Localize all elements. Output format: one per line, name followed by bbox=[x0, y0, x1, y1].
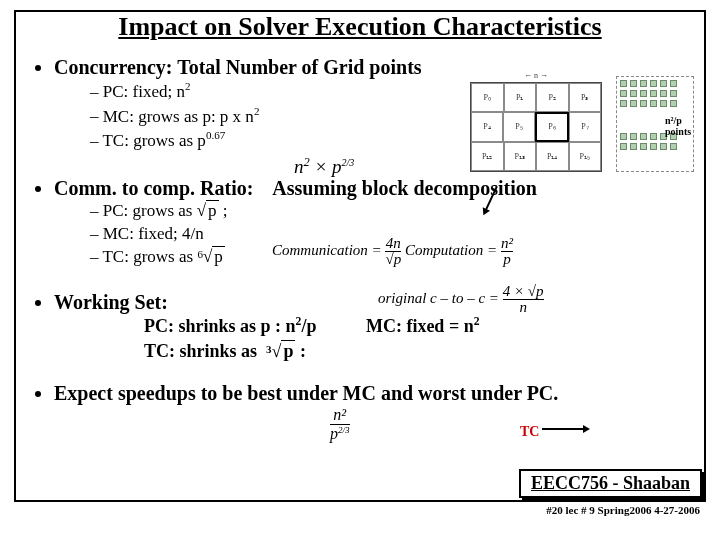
ws-head: Working Set: bbox=[54, 291, 168, 313]
ws-tc-line: TC: shrinks as 3p : bbox=[54, 339, 696, 364]
bullet-workingset: Working Set: PC: shrinks as p : n2/p MC:… bbox=[54, 291, 696, 364]
formula-comm-comp: Communication = 4n√p Computation = n²p bbox=[272, 236, 692, 267]
tc-label: TC bbox=[520, 424, 539, 440]
tc-arrow bbox=[542, 428, 586, 430]
grid-diagram: ← n → P₀P₁P₂P₃ P₄P₅P₆P₇ P₁₂P₁₃P₁₄P₁₅ n²/… bbox=[470, 70, 694, 176]
formula-ctoc: original c – to – c = 4 × √pn bbox=[378, 284, 544, 315]
formula-tc-ws: n²p2/3 bbox=[330, 406, 350, 442]
formula-n2p23: n2 × p2/3 bbox=[294, 155, 354, 178]
concurrency-head: Concurrency: Total Number of Grid points bbox=[54, 56, 422, 78]
n-arrow-label: ← n → bbox=[471, 71, 601, 80]
bullet-expect: Expect speedups to be best under MC and … bbox=[54, 382, 696, 405]
memory-box: n²/ppoints bbox=[616, 76, 694, 172]
cc-pc: PC: grows as p ; bbox=[90, 200, 696, 223]
mem-label: n²/ppoints bbox=[665, 115, 691, 137]
footer-box: EECC756 - Shaaban bbox=[519, 469, 702, 498]
ws-pc-line: PC: shrinks as p : n2/p MC: fixed = n2 bbox=[54, 314, 696, 339]
grid-partition: ← n → P₀P₁P₂P₃ P₄P₅P₆P₇ P₁₂P₁₃P₁₄P₁₅ bbox=[470, 82, 602, 172]
footer-line: #20 lec # 9 Spring2006 4-27-2006 bbox=[546, 504, 700, 516]
cc-head: Comm. to comp. Ratio: bbox=[54, 177, 253, 199]
